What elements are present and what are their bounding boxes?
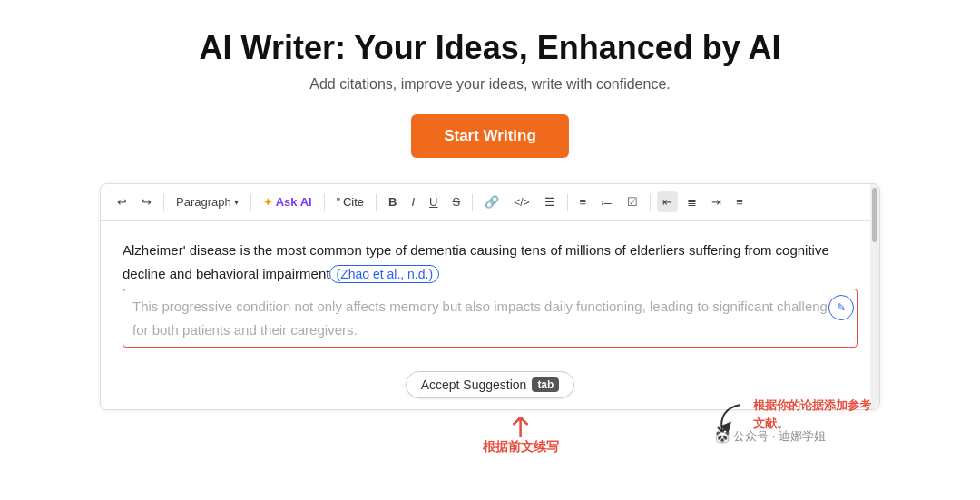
- main-text-part1: Alzheimer' disease is the most common ty…: [122, 242, 829, 281]
- watermark-text: 公众号 · 迪娜学姐: [733, 428, 826, 445]
- block-icon: ☰: [544, 195, 555, 209]
- toolbar-separator-2: [250, 194, 251, 211]
- unordered-list-icon: ≡: [580, 195, 587, 209]
- paragraph-label: Paragraph: [176, 195, 231, 209]
- bottom-annotation: 根据前文续写: [483, 412, 559, 456]
- align-left-icon: ⇤: [662, 195, 672, 209]
- checklist-icon: ☑: [627, 195, 638, 209]
- watermark: 🐼 公众号 · 迪娜学姐: [715, 428, 826, 445]
- block-button[interactable]: ☰: [539, 191, 561, 212]
- quote-icon: ": [337, 196, 340, 209]
- toolbar-separator-5: [472, 194, 473, 211]
- unordered-list-button[interactable]: ≡: [574, 191, 593, 212]
- editor-container: ↩ ↪ Paragraph ▾ ✦ Ask AI " Cite: [100, 183, 880, 410]
- toolbar-separator-4: [376, 194, 377, 211]
- align-right-button[interactable]: ⇥: [706, 191, 727, 212]
- align-left-button[interactable]: ⇤: [657, 191, 678, 212]
- tab-badge: tab: [532, 377, 559, 392]
- justify-button[interactable]: ≡: [730, 191, 749, 212]
- edit-citation-button[interactable]: ✎: [828, 295, 854, 320]
- citation-link[interactable]: (Zhao et al., n.d.): [329, 265, 439, 283]
- toolbar: ↩ ↪ Paragraph ▾ ✦ Ask AI " Cite: [101, 184, 879, 221]
- editor-content[interactable]: Alzheimer' disease is the most common ty…: [101, 221, 879, 362]
- code-icon: </>: [514, 196, 529, 209]
- toolbar-separator-6: [567, 194, 568, 211]
- redo-button[interactable]: ↪: [136, 191, 157, 212]
- ordered-list-button[interactable]: ≔: [595, 191, 618, 212]
- editor-main-text: Alzheimer' disease is the most common ty…: [122, 239, 858, 285]
- align-right-icon: ⇥: [711, 195, 721, 209]
- redo-icon: ↪: [142, 195, 152, 209]
- watermark-icon: 🐼: [715, 430, 730, 444]
- bottom-annotation-text: 根据前文续写: [483, 439, 559, 456]
- page-subtitle: Add citations, improve your ideas, write…: [309, 76, 671, 93]
- sparkle-icon: ✦: [263, 196, 272, 209]
- cite-label: Cite: [343, 195, 364, 209]
- toolbar-separator-3: [324, 194, 325, 211]
- code-button[interactable]: </>: [508, 192, 534, 212]
- page-title: AI Writer: Your Ideas, Enhanced by AI: [200, 29, 781, 67]
- suggestion-text: This progressive condition not only affe…: [122, 289, 858, 348]
- undo-icon: ↩: [117, 195, 127, 209]
- up-arrow-icon: [507, 412, 534, 439]
- link-button[interactable]: 🔗: [479, 191, 505, 212]
- toolbar-separator-7: [650, 194, 651, 211]
- align-center-button[interactable]: ≣: [681, 191, 702, 212]
- cite-button[interactable]: " Cite: [331, 191, 369, 212]
- paragraph-dropdown[interactable]: Paragraph ▾: [171, 191, 244, 212]
- start-writing-button[interactable]: Start Writing: [411, 114, 569, 158]
- undo-button[interactable]: ↩: [112, 191, 132, 212]
- chevron-down-icon: ▾: [234, 197, 239, 207]
- align-center-icon: ≣: [687, 195, 697, 209]
- justify-icon: ≡: [736, 195, 743, 209]
- toolbar-separator-1: [163, 194, 164, 211]
- accept-suggestion-label: Accept Suggestion: [421, 377, 527, 392]
- ask-ai-button[interactable]: ✦ Ask AI: [258, 191, 318, 212]
- underline-button[interactable]: U: [424, 191, 443, 212]
- edit-icon: ✎: [837, 301, 846, 314]
- strikethrough-button[interactable]: S: [447, 191, 466, 212]
- bold-button[interactable]: B: [383, 191, 402, 212]
- ask-ai-label: Ask AI: [276, 195, 312, 209]
- checklist-button[interactable]: ☑: [622, 191, 643, 212]
- accept-suggestion-button[interactable]: Accept Suggestion tab: [406, 371, 575, 398]
- italic-button[interactable]: I: [406, 191, 420, 212]
- link-icon: 🔗: [485, 195, 499, 209]
- ordered-list-icon: ≔: [601, 195, 612, 209]
